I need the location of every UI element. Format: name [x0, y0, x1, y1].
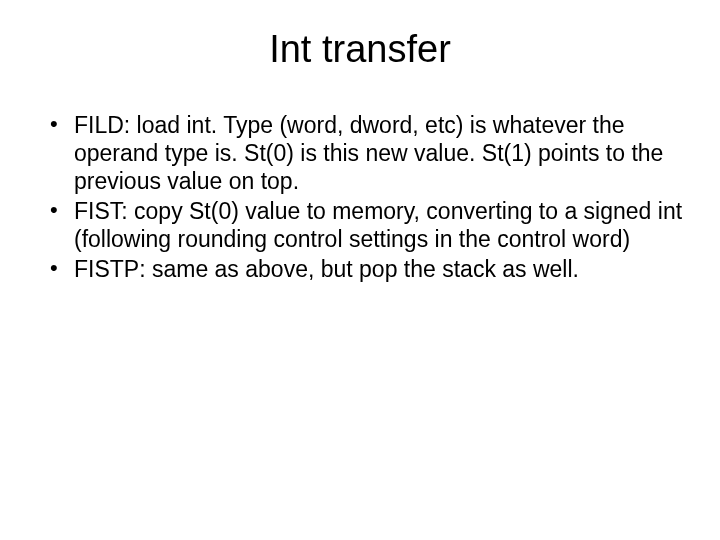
slide-title: Int transfer — [24, 28, 696, 71]
list-item: FISTP: same as above, but pop the stack … — [46, 255, 686, 283]
bullet-list: FILD: load int. Type (word, dword, etc) … — [24, 111, 696, 283]
list-item: FIST: copy St(0) value to memory, conver… — [46, 197, 686, 253]
list-item: FILD: load int. Type (word, dword, etc) … — [46, 111, 686, 195]
slide: Int transfer FILD: load int. Type (word,… — [0, 0, 720, 540]
